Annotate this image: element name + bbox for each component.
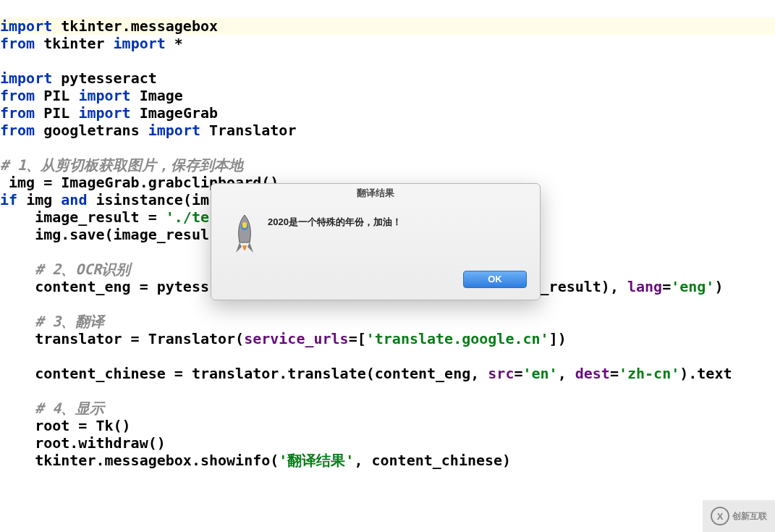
kw-import: import (114, 35, 166, 52)
pkg: PIL (43, 87, 69, 104)
string: '翻译结果' (279, 452, 354, 469)
code-line: root.withdraw() (0, 434, 166, 452)
star: * (174, 35, 183, 52)
kw-from: from (0, 104, 35, 122)
kw-import: import (148, 122, 200, 139)
name: ImageGrab (140, 104, 218, 122)
t: ]) (549, 330, 567, 347)
dialog-title: 翻译结果 (211, 184, 540, 201)
ok-button[interactable]: OK (463, 271, 527, 288)
watermark-icon: X (711, 507, 729, 525)
kw-import: import (78, 87, 130, 104)
t: = (662, 278, 671, 295)
string: './te (166, 208, 209, 226)
string: 'eng' (671, 278, 714, 295)
comment: # 4、显示 (0, 400, 104, 417)
t: isinstance(im (87, 191, 209, 208)
comment: # 3、翻译 (0, 313, 104, 330)
kw-from: from (0, 122, 35, 139)
kw-import: import (0, 17, 52, 35)
kw-from: from (0, 35, 35, 52)
kw-from: from (0, 87, 35, 104)
t: , content_chinese) (354, 452, 511, 469)
module: pytesseract (61, 69, 156, 87)
pkg: googletrans (43, 122, 139, 139)
kwarg: service_urls (244, 330, 349, 347)
t: =[ (349, 330, 366, 347)
t: content_eng = pytess (0, 278, 209, 295)
kw-import: import (78, 104, 130, 122)
kwarg: src (488, 365, 514, 382)
messagebox-dialog: 翻译结果 2020是一个特殊的年份，加油！ OK (211, 183, 541, 300)
watermark-text: 创新互联 (732, 510, 767, 523)
t: ) (714, 278, 723, 295)
kwarg: lang (627, 278, 662, 295)
kwarg: dest (575, 365, 610, 382)
string: 'zh-cn' (619, 365, 679, 382)
code-line: img.save(image_resul (0, 226, 209, 243)
comment: # 1、从剪切板获取图片，保存到本地 (0, 156, 243, 174)
name: Translator (209, 122, 296, 139)
t: ).text (679, 365, 732, 382)
t: content_chinese = translator.translate(c… (0, 365, 488, 382)
t: translator = Translator( (0, 330, 244, 347)
pkg: PIL (43, 104, 69, 122)
pkg: tkinter (43, 35, 104, 52)
comment: # 2、OCR识别 (0, 261, 130, 278)
python-rocket-icon (224, 211, 265, 259)
kw-and: and (61, 191, 87, 208)
string: 'translate.google.cn' (366, 330, 549, 347)
code-line: root = Tk() (0, 417, 131, 434)
t: = (610, 365, 619, 382)
t: tkinter.messagebox.showinfo( (0, 452, 279, 469)
kw-import: import (0, 69, 52, 87)
string: 'en' (522, 365, 557, 382)
t: = (514, 365, 522, 382)
code-line-highlighted: import tkinter.messagebox (0, 17, 775, 35)
dialog-message: 2020是一个特殊的年份，加油！ (268, 211, 527, 229)
name: Image (140, 87, 183, 104)
watermark-badge: X 创新互联 (703, 500, 775, 532)
module: tkinter.messagebox (61, 17, 218, 35)
t: image_result = (0, 208, 166, 226)
kw-if: if (0, 191, 17, 208)
t: , (558, 365, 575, 382)
t: _result), (541, 278, 627, 295)
t: img (17, 191, 61, 208)
